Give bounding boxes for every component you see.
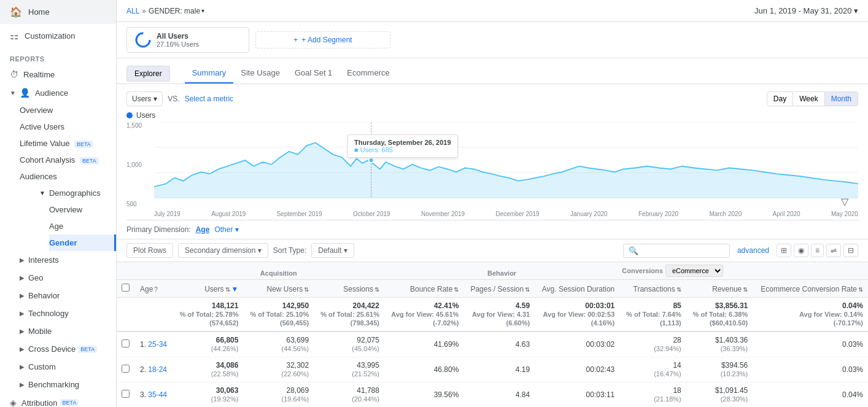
- sidebar-item-realtime[interactable]: ⏱ Realtime: [0, 65, 116, 83]
- view-custom-button[interactable]: ⊟: [843, 244, 858, 257]
- sidebar-item-audience[interactable]: ▼ 👤 Audience: [0, 83, 116, 102]
- segment-1[interactable]: All Users 27.16% Users: [126, 27, 249, 53]
- breadcrumb: ALL » GENDER: male ▾: [126, 7, 204, 15]
- search-box: 🔍: [623, 244, 730, 258]
- sidebar-item-home[interactable]: 🏠 Home: [0, 0, 116, 24]
- search-icon: 🔍: [629, 246, 638, 255]
- sidebar-item-customization[interactable]: ⚏ Customization: [0, 24, 116, 48]
- demographics-label: Demographics: [49, 188, 101, 198]
- time-btn-day[interactable]: Day: [767, 92, 792, 106]
- time-btn-week[interactable]: Week: [792, 92, 824, 106]
- sidebar-item-benchmarking[interactable]: ▶ Benchmarking: [20, 376, 116, 393]
- th-users[interactable]: Users ⇅ ▼: [173, 280, 244, 298]
- totals-ecom: 0.04%Avg for View: 0.14%(-70.17%): [753, 298, 868, 332]
- sidebar-item-behavior[interactable]: ▶ Behavior: [20, 287, 116, 304]
- metric-select[interactable]: Users ▾: [126, 91, 163, 106]
- age-link[interactable]: 18-24: [148, 365, 167, 374]
- search-input[interactable]: [638, 246, 724, 255]
- sort-type-button[interactable]: Default ▾: [311, 243, 354, 258]
- sidebar-item-cross-device[interactable]: ▶ Cross Device BETA: [20, 340, 116, 358]
- sidebar-item-interests[interactable]: ▶ Interests: [20, 251, 116, 269]
- tab-site-usage[interactable]: Site Usage: [233, 63, 287, 83]
- select-all-checkbox[interactable]: [122, 284, 130, 292]
- th-bounce-rate[interactable]: Bounce Rate ⇅: [384, 280, 463, 298]
- geo-label: Geo: [28, 273, 44, 282]
- th-age[interactable]: Age ?: [135, 280, 173, 298]
- row-new-users: 63,699(44.56%): [243, 331, 314, 357]
- view-pivot-button[interactable]: ⇌: [826, 244, 841, 257]
- row-ecom: 0.04%: [753, 382, 868, 408]
- row-users: 30,063(19.92%): [173, 382, 244, 408]
- time-btn-month[interactable]: Month: [824, 92, 858, 106]
- sidebar-item-technology[interactable]: ▶ Technology: [20, 304, 116, 322]
- row-checkbox[interactable]: [122, 339, 130, 347]
- x-jul: July 2019: [154, 211, 180, 217]
- sidebar-item-lifetime-value[interactable]: Lifetime Value BETA: [20, 135, 116, 152]
- pages-sort-icon: ⇅: [525, 286, 530, 293]
- users-sort-header: Users ⇅ ▼: [178, 285, 239, 293]
- th-sessions[interactable]: Sessions ⇅: [314, 280, 384, 298]
- sidebar-customization-label: Customization: [25, 31, 75, 41]
- age-link[interactable]: 35-44: [148, 390, 167, 399]
- sessions-sort-icon: ⇅: [374, 286, 379, 293]
- th-transactions[interactable]: Transactions ⇅: [619, 280, 686, 298]
- view-pie-button[interactable]: ◉: [794, 244, 808, 257]
- sidebar-item-dem-overview[interactable]: Overview: [49, 201, 116, 218]
- th-select-all: [117, 280, 135, 298]
- chart-download-icon[interactable]: ▽: [841, 196, 848, 207]
- avg-session-sort-header: Avg. Session Duration: [540, 285, 614, 293]
- secondary-dimension-button[interactable]: Secondary dimension ▾: [178, 243, 268, 258]
- totals-new-users: 142,950% of Total: 25.10%(569,455): [243, 298, 314, 332]
- chart-controls: Users ▾ VS. Select a metric Day Week Mon…: [126, 91, 858, 106]
- sidebar-item-dem-gender[interactable]: Gender: [49, 235, 116, 251]
- sidebar-item-attribution[interactable]: ◈ Attribution BETA: [0, 393, 116, 407]
- sidebar-item-dem-age[interactable]: Age: [49, 218, 116, 235]
- explorer-button[interactable]: Explorer: [126, 66, 170, 82]
- row-avg-session: 00:03:11: [535, 382, 619, 408]
- sidebar-item-overview[interactable]: Overview: [20, 102, 116, 118]
- row-ecom: 0.03%: [753, 357, 868, 382]
- th-ecom-rate[interactable]: Ecommerce Conversion Rate ⇅: [753, 280, 868, 298]
- tab-ecommerce[interactable]: Ecommerce: [339, 63, 397, 83]
- sidebar-item-active-users[interactable]: Active Users: [20, 118, 116, 135]
- row-revenue: $1,403.36(36.39%): [686, 331, 753, 357]
- sidebar-item-cohort-analysis[interactable]: Cohort Analysis BETA: [20, 152, 116, 168]
- sidebar-item-demographics[interactable]: ▼ Demographics: [20, 185, 116, 201]
- sidebar-item-audiences[interactable]: Audiences: [20, 168, 116, 185]
- svg-point-0: [136, 33, 150, 47]
- th-new-users[interactable]: New Users ⇅: [243, 280, 314, 298]
- plot-rows-button[interactable]: Plot Rows: [126, 243, 173, 258]
- sidebar-reports-label: REPORTS: [0, 48, 116, 65]
- date-range[interactable]: Jun 1, 2019 - May 31, 2020 ▾: [754, 6, 858, 15]
- add-segment-button[interactable]: + + Add Segment: [255, 31, 390, 48]
- attribution-beta: BETA: [60, 399, 79, 406]
- tab-goal-set-1[interactable]: Goal Set 1: [287, 63, 339, 83]
- view-bar-button[interactable]: ≡: [811, 244, 824, 257]
- dim-other-button[interactable]: Other ▾: [214, 225, 238, 234]
- th-pages-session[interactable]: Pages / Session ⇅: [463, 280, 535, 298]
- table-row: 3. 35-44 30,063(19.92%) 28,069(19.64%) 4…: [117, 382, 868, 408]
- custom-arrow: ▶: [20, 363, 25, 370]
- row-checkbox[interactable]: [122, 390, 130, 398]
- breadcrumb-all[interactable]: ALL: [126, 7, 139, 15]
- breadcrumb-filter[interactable]: GENDER: male ▾: [149, 7, 204, 15]
- ecommerce-select[interactable]: eCommerce: [665, 265, 723, 277]
- select-metric-link[interactable]: Select a metric: [185, 95, 233, 103]
- x-sep: September 2019: [277, 211, 322, 217]
- tab-summary[interactable]: Summary: [185, 63, 234, 83]
- sidebar-item-geo[interactable]: ▶ Geo: [20, 269, 116, 287]
- advanced-link[interactable]: advanced: [737, 246, 769, 255]
- table-row: 2. 18-24 34,086(22.58%) 32,302(22.60%) 4…: [117, 357, 868, 382]
- dim-age-button[interactable]: Age: [196, 225, 210, 234]
- row-checkbox-cell: [117, 357, 135, 382]
- time-buttons: Day Week Month: [767, 91, 858, 106]
- age-link[interactable]: 25-34: [148, 340, 167, 349]
- sort-type-label: Sort Type:: [273, 246, 306, 255]
- sidebar-item-custom[interactable]: ▶ Custom: [20, 358, 116, 376]
- row-checkbox[interactable]: [122, 365, 130, 373]
- th-avg-session[interactable]: Avg. Session Duration: [535, 280, 619, 298]
- view-table-button[interactable]: ⊞: [777, 244, 791, 257]
- metric-select-label: Users: [132, 95, 151, 103]
- sidebar-item-mobile[interactable]: ▶ Mobile: [20, 322, 116, 340]
- th-revenue[interactable]: Revenue ⇅: [686, 280, 753, 298]
